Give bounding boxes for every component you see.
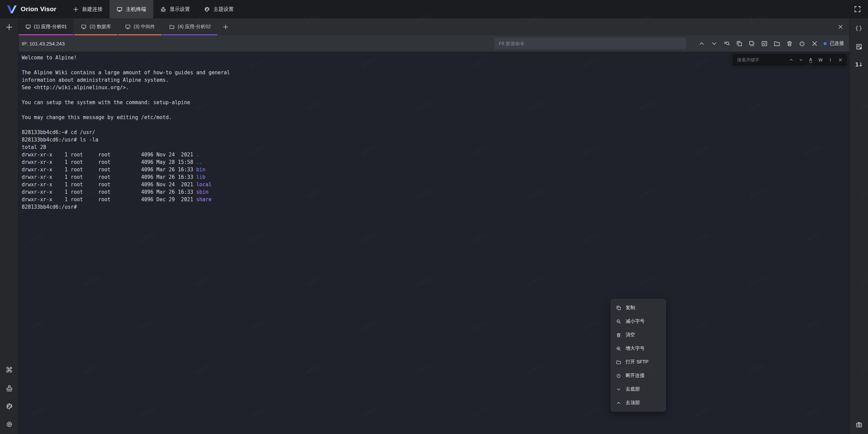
close-icon bbox=[838, 24, 843, 30]
scroll-order-button[interactable]: 1↓ bbox=[855, 61, 863, 69]
chevron-down-icon bbox=[711, 40, 717, 47]
menu-item-host-terminal[interactable]: 主机终端 bbox=[110, 0, 153, 18]
app-logo: Orion Visor bbox=[0, 5, 66, 14]
menu-item-theme-settings[interactable]: 主题设置 bbox=[197, 0, 241, 18]
terminal-search-panel: AWI bbox=[732, 53, 847, 66]
stamp-icon bbox=[6, 385, 13, 392]
snippets-button[interactable] bbox=[855, 42, 863, 51]
tab-3[interactable]: (3) 中间件 bbox=[118, 18, 162, 35]
menu-item-decrease-font[interactable]: 减小字号 bbox=[611, 315, 666, 328]
close-icon bbox=[838, 58, 843, 62]
paste-button[interactable] bbox=[748, 40, 755, 47]
variables-button[interactable]: {} bbox=[855, 24, 863, 32]
shortcuts-button[interactable]: ⌘ bbox=[5, 366, 13, 374]
new-tab-button[interactable] bbox=[5, 23, 13, 31]
search-next-button[interactable] bbox=[798, 57, 804, 62]
send-command-input[interactable] bbox=[494, 38, 686, 49]
right-sidebar-bottom bbox=[855, 420, 863, 434]
updown-icon: 1↓ bbox=[855, 62, 863, 68]
command-icon: ⌘ bbox=[5, 366, 13, 374]
chevron-up-icon bbox=[698, 40, 705, 47]
terminal-icon bbox=[125, 24, 131, 30]
menu-item-increase-font[interactable]: 增大字号 bbox=[611, 342, 666, 355]
command-snippet-button[interactable] bbox=[761, 40, 768, 47]
scroll-down-button[interactable] bbox=[711, 40, 717, 47]
search-panel-buttons: AWI bbox=[788, 57, 843, 62]
terminal-icon bbox=[117, 6, 122, 12]
display-settings-button[interactable] bbox=[5, 384, 13, 392]
menu-item-clear[interactable]: 清空 bbox=[611, 328, 666, 342]
whole-word-icon: W bbox=[818, 58, 823, 62]
menu-item-label: 清空 bbox=[626, 332, 635, 338]
search-keyword-input[interactable] bbox=[736, 57, 784, 63]
theme-settings-button[interactable] bbox=[5, 402, 13, 410]
menu-item-open-sftp[interactable]: 打开 SFTP bbox=[611, 355, 666, 369]
search-prev-button[interactable] bbox=[788, 57, 794, 62]
top-bar: Orion Visor 新建连接主机终端显示设置主题设置 bbox=[0, 0, 868, 18]
add-tab-button[interactable] bbox=[223, 24, 229, 30]
palette-icon bbox=[204, 6, 210, 12]
chevron-up-icon bbox=[789, 58, 793, 62]
tab-4[interactable]: (4) 应用-分析02 bbox=[162, 18, 217, 35]
search-close-button[interactable] bbox=[837, 57, 843, 62]
folder-icon bbox=[616, 360, 621, 365]
search-whole-word-button[interactable]: W bbox=[818, 57, 823, 62]
copy-icon bbox=[616, 305, 621, 310]
chevron-up-icon bbox=[616, 400, 621, 405]
tab-underline bbox=[162, 34, 217, 35]
zoom-in-icon bbox=[616, 346, 621, 351]
trash-icon bbox=[786, 40, 793, 47]
script-icon bbox=[761, 40, 768, 47]
menu-item-label: 断开连接 bbox=[626, 373, 645, 379]
open-sftp-button[interactable] bbox=[773, 40, 780, 47]
menu-item-copy[interactable]: 复制 bbox=[611, 301, 666, 315]
plus-icon bbox=[5, 23, 13, 31]
terminal-viewport[interactable]: Welcome to Alpine! The Alpine Wiki conta… bbox=[19, 52, 849, 434]
paste-icon bbox=[749, 40, 755, 47]
connection-status: 已连接 bbox=[824, 40, 844, 46]
menu-item-label: 主题设置 bbox=[213, 6, 234, 13]
tab-underline bbox=[74, 34, 118, 35]
menu-item-label: 复制 bbox=[626, 305, 635, 311]
tab-2[interactable]: (2) 数据库 bbox=[74, 18, 118, 35]
chevron-down-icon bbox=[616, 387, 621, 392]
tab-1[interactable]: (1) 应用-分析01 bbox=[19, 18, 74, 35]
menu-item-disconnect[interactable]: 断开连接 bbox=[611, 369, 666, 382]
menu-item-display-settings[interactable]: 显示设置 bbox=[153, 0, 197, 18]
fullscreen-icon bbox=[854, 5, 861, 13]
copy-icon bbox=[736, 40, 743, 47]
right-sidebar-top: {}1↓ bbox=[855, 18, 863, 69]
tabs: (1) 应用-分析01(2) 数据库(3) 中间件(4) 应用-分析02 bbox=[19, 18, 218, 35]
status-dot bbox=[824, 42, 827, 45]
scroll-up-button[interactable] bbox=[698, 40, 705, 47]
search-button[interactable] bbox=[723, 40, 730, 47]
disconnect-button[interactable] bbox=[798, 40, 805, 47]
tab-underline bbox=[118, 34, 162, 35]
search-match-case-button[interactable]: A bbox=[808, 57, 813, 62]
terminal-output: Welcome to Alpine! The Alpine Wiki conta… bbox=[22, 54, 230, 211]
menu-item-to-top[interactable]: 去顶部 bbox=[611, 396, 666, 410]
close-all-tabs-button[interactable] bbox=[838, 24, 844, 30]
menu-item-label: 去底部 bbox=[626, 386, 640, 392]
match-case-icon: A bbox=[809, 57, 812, 62]
clear-button[interactable] bbox=[786, 40, 793, 47]
braces-icon: {} bbox=[855, 25, 863, 31]
menu-item-new-connection[interactable]: 新建连接 bbox=[66, 0, 110, 18]
search-regex-button[interactable]: I bbox=[828, 57, 833, 62]
close-button[interactable] bbox=[811, 40, 818, 47]
doc-bookmark-icon bbox=[855, 43, 863, 50]
terminal-toolbar: IP: 101.43.254.243 已连接 bbox=[19, 35, 849, 52]
gear-icon bbox=[6, 421, 13, 428]
palette-icon bbox=[6, 403, 13, 410]
close-icon bbox=[811, 40, 818, 47]
fullscreen-button[interactable] bbox=[854, 5, 861, 13]
tab-label: (4) 应用-分析02 bbox=[178, 24, 211, 30]
menu-item-to-bottom[interactable]: 去底部 bbox=[611, 382, 666, 396]
power-icon bbox=[799, 40, 805, 47]
screenshot-button[interactable] bbox=[855, 420, 863, 429]
copy-button[interactable] bbox=[736, 40, 743, 47]
settings-button[interactable] bbox=[5, 420, 13, 428]
host-ip-label: IP: 101.43.254.243 bbox=[22, 41, 65, 46]
camera-icon bbox=[855, 421, 863, 428]
menu-item-label: 主机终端 bbox=[126, 6, 146, 13]
